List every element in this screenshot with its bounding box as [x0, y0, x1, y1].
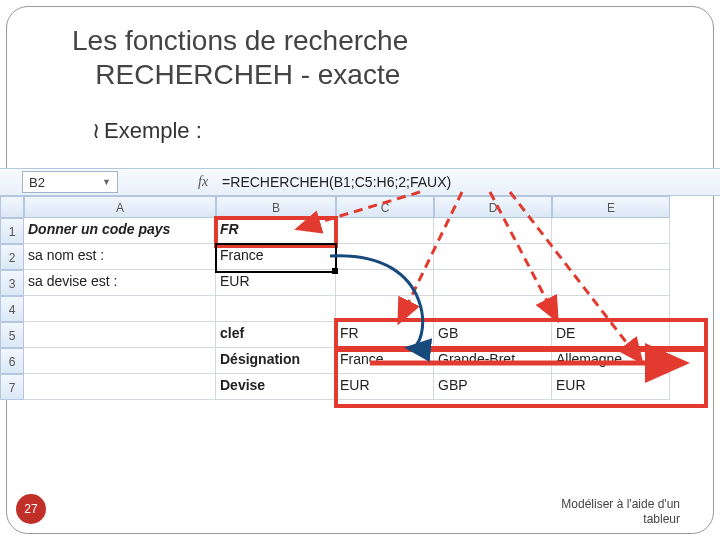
- cell-C5[interactable]: FR: [336, 322, 434, 348]
- title-line2: RECHERCHEH - exacte: [95, 59, 400, 90]
- cell-C1[interactable]: [336, 218, 434, 244]
- select-all-corner[interactable]: [0, 196, 24, 218]
- title-line1: Les fonctions de recherche: [72, 25, 408, 56]
- cell-B3[interactable]: EUR: [216, 270, 336, 296]
- col-header-B[interactable]: B: [216, 196, 336, 218]
- footer-text: Modéliser à l'aide d'un tableur: [561, 497, 680, 526]
- row-1: Donner un code pays FR: [24, 218, 670, 244]
- cell-E1[interactable]: [552, 218, 670, 244]
- cell-A3[interactable]: sa devise est :: [24, 270, 216, 296]
- row-header-6[interactable]: 6: [0, 348, 24, 374]
- chevron-down-icon: ▼: [102, 177, 111, 187]
- cell-B6[interactable]: Désignation: [216, 348, 336, 374]
- cells-area: A B C D E Donner un code pays FR sa nom …: [24, 196, 670, 400]
- row-header-1[interactable]: 1: [0, 218, 24, 244]
- cell-C3[interactable]: [336, 270, 434, 296]
- page-number: 27: [24, 502, 37, 516]
- row-7: Devise EUR GBP EUR: [24, 374, 670, 400]
- name-box[interactable]: B2 ▼: [22, 171, 118, 193]
- row-5: clef FR GB DE: [24, 322, 670, 348]
- col-header-E[interactable]: E: [552, 196, 670, 218]
- cell-D6[interactable]: Grande-Bret: [434, 348, 552, 374]
- fx-icon[interactable]: fx: [198, 174, 208, 190]
- subtitle: ≀Exemple :: [92, 118, 202, 144]
- page-number-badge: 27: [16, 494, 46, 524]
- cell-C4[interactable]: [336, 296, 434, 322]
- row-2: sa nom est : France: [24, 244, 670, 270]
- cell-C7[interactable]: EUR: [336, 374, 434, 400]
- cell-A6[interactable]: [24, 348, 216, 374]
- col-header-D[interactable]: D: [434, 196, 552, 218]
- cell-E7[interactable]: EUR: [552, 374, 670, 400]
- cell-A5[interactable]: [24, 322, 216, 348]
- row-header-4[interactable]: 4: [0, 296, 24, 322]
- cell-D3[interactable]: [434, 270, 552, 296]
- cell-B2[interactable]: France: [216, 244, 336, 270]
- cell-C2[interactable]: [336, 244, 434, 270]
- cell-A7[interactable]: [24, 374, 216, 400]
- footer-line2: tableur: [643, 512, 680, 526]
- cell-A4[interactable]: [24, 296, 216, 322]
- cell-A1[interactable]: Donner un code pays: [24, 218, 216, 244]
- cell-E2[interactable]: [552, 244, 670, 270]
- cell-E3[interactable]: [552, 270, 670, 296]
- cell-E5[interactable]: DE: [552, 322, 670, 348]
- cell-C6[interactable]: France: [336, 348, 434, 374]
- cell-B7[interactable]: Devise: [216, 374, 336, 400]
- row-4: [24, 296, 670, 322]
- cell-B4[interactable]: [216, 296, 336, 322]
- footer-line1: Modéliser à l'aide d'un: [561, 497, 680, 511]
- name-box-value: B2: [29, 175, 45, 190]
- cell-E6[interactable]: Allemagne: [552, 348, 670, 374]
- bullet-icon: ≀: [92, 118, 100, 143]
- row-headers: 1 2 3 4 5 6 7: [0, 196, 24, 400]
- col-header-A[interactable]: A: [24, 196, 216, 218]
- cell-D5[interactable]: GB: [434, 322, 552, 348]
- formula-bar: B2 ▼ fx =RECHERCHEH(B1;C5:H6;2;FAUX): [0, 168, 720, 196]
- column-headers: A B C D E: [24, 196, 670, 218]
- spreadsheet-panel: B2 ▼ fx =RECHERCHEH(B1;C5:H6;2;FAUX) 1 2…: [0, 168, 720, 400]
- row-3: sa devise est : EUR: [24, 270, 670, 296]
- cell-D7[interactable]: GBP: [434, 374, 552, 400]
- cell-D2[interactable]: [434, 244, 552, 270]
- row-header-7[interactable]: 7: [0, 374, 24, 400]
- slide-title: Les fonctions de recherche RECHERCHEH - …: [72, 24, 408, 91]
- row-header-2[interactable]: 2: [0, 244, 24, 270]
- sheet-grid: 1 2 3 4 5 6 7 A B C D E Donner un code p…: [0, 196, 720, 400]
- cell-B5[interactable]: clef: [216, 322, 336, 348]
- cell-E4[interactable]: [552, 296, 670, 322]
- cell-A2[interactable]: sa nom est :: [24, 244, 216, 270]
- col-header-C[interactable]: C: [336, 196, 434, 218]
- row-6: Désignation France Grande-Bret Allemagne: [24, 348, 670, 374]
- cell-B1[interactable]: FR: [216, 218, 336, 244]
- row-header-5[interactable]: 5: [0, 322, 24, 348]
- row-header-3[interactable]: 3: [0, 270, 24, 296]
- cell-D1[interactable]: [434, 218, 552, 244]
- subtitle-text: Exemple :: [104, 118, 202, 143]
- formula-input[interactable]: =RECHERCHEH(B1;C5:H6;2;FAUX): [222, 174, 451, 190]
- cell-D4[interactable]: [434, 296, 552, 322]
